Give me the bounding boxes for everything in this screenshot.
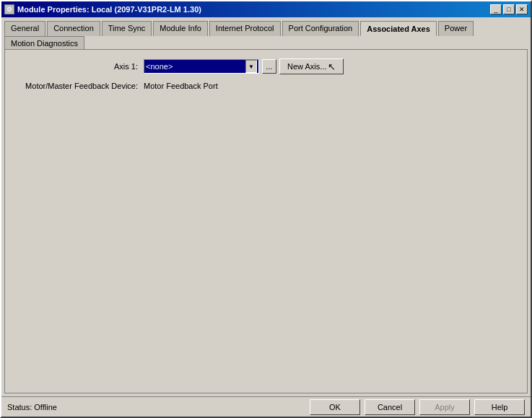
status-text: Status: Offline [7, 403, 57, 412]
tab-time-sync[interactable]: Time Sync [102, 21, 152, 36]
maximize-button[interactable]: □ [503, 4, 515, 14]
title-bar: ⚙ Module Properties: Local (2097-V31PR2-… [1, 1, 531, 17]
title-bar-left: ⚙ Module Properties: Local (2097-V31PR2-… [4, 4, 201, 14]
help-button[interactable]: Help [474, 399, 525, 415]
apply-button[interactable]: Apply [419, 399, 470, 415]
axis1-row: Axis 1: <none> ▼ ... New Axis... ↖ [14, 58, 518, 74]
feedback-controls: Motor Feedback Port [144, 82, 218, 90]
new-axis-label: New Axis... [287, 62, 326, 71]
cancel-button[interactable]: Cancel [365, 399, 415, 415]
tab-connection[interactable]: Connection [47, 21, 100, 36]
feedback-value: Motor Feedback Port [144, 82, 218, 90]
title-buttons: _ □ ✕ [490, 4, 528, 14]
tab-power[interactable]: Power [438, 21, 474, 36]
minimize-button[interactable]: _ [490, 4, 502, 14]
tab-bar: General Connection Time Sync Module Info… [4, 20, 528, 49]
status-bar: Status: Offline OK Cancel Apply Help [1, 396, 531, 417]
axis1-label: Axis 1: [14, 62, 144, 71]
new-axis-cursor-icon: ↖ [328, 61, 336, 72]
axis1-dropdown-arrow[interactable]: ▼ [245, 60, 257, 73]
axis1-browse-button[interactable]: ... [262, 59, 276, 74]
axis1-controls: <none> ▼ ... New Axis... ↖ [144, 58, 344, 74]
tab-associated-axes[interactable]: Associated Axes [360, 21, 437, 36]
close-button[interactable]: ✕ [516, 4, 528, 14]
window-title: Module Properties: Local (2097-V31PR2-LM… [17, 5, 201, 14]
window-icon: ⚙ [4, 4, 14, 14]
tab-general[interactable]: General [4, 21, 45, 36]
ok-button[interactable]: OK [310, 399, 360, 415]
feedback-row: Motor/Master Feedback Device: Motor Feed… [14, 82, 518, 90]
axis1-dropdown[interactable]: <none> ▼ [144, 59, 259, 74]
feedback-label: Motor/Master Feedback Device: [14, 82, 144, 90]
dialog-buttons: OK Cancel Apply Help [310, 399, 525, 415]
tab-content-associated-axes: Axis 1: <none> ▼ ... New Axis... ↖ [4, 49, 528, 393]
tab-internet-protocol[interactable]: Internet Protocol [209, 21, 281, 36]
tab-motion-diagnostics[interactable]: Motion Diagnostics [4, 36, 84, 50]
tab-module-info[interactable]: Module Info [153, 21, 207, 36]
tab-port-configuration[interactable]: Port Configuration [282, 21, 359, 36]
main-window: ⚙ Module Properties: Local (2097-V31PR2-… [0, 0, 532, 418]
window-body: General Connection Time Sync Module Info… [1, 17, 531, 396]
new-axis-button[interactable]: New Axis... ↖ [279, 58, 344, 74]
axis1-selected-value: <none> [146, 62, 173, 71]
